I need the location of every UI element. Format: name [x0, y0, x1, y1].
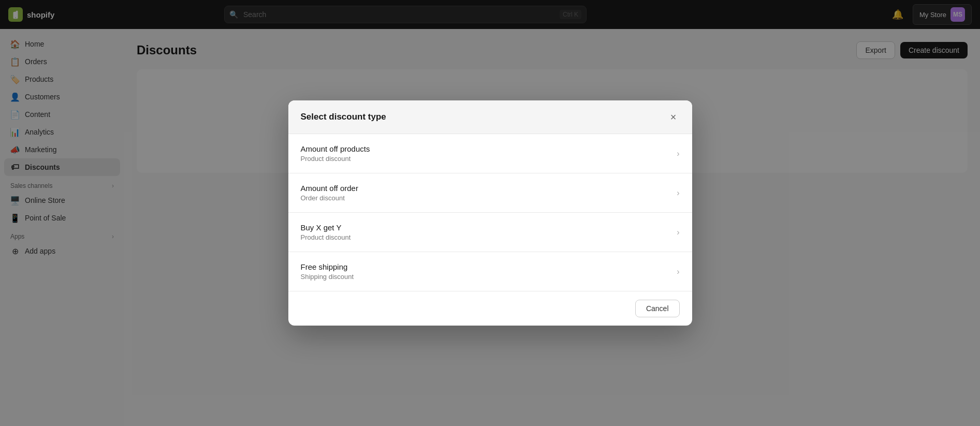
discount-option-sub-2: Product discount — [301, 233, 351, 241]
chevron-icon-3: › — [677, 267, 679, 276]
discount-option-name-3: Free shipping — [301, 262, 354, 271]
modal-overlay[interactable]: Select discount type × Amount off produc… — [0, 0, 980, 426]
discount-option-name-0: Amount off products — [301, 144, 370, 153]
modal-footer: Cancel — [288, 291, 692, 326]
cancel-button[interactable]: Cancel — [635, 300, 680, 317]
discount-option-name-2: Buy X get Y — [301, 223, 351, 232]
discount-option-amount-off-order[interactable]: Amount off order Order discount › — [288, 173, 692, 213]
chevron-icon-2: › — [677, 228, 679, 237]
chevron-icon-0: › — [677, 149, 679, 158]
discount-option-buy-x-get-y[interactable]: Buy X get Y Product discount › — [288, 213, 692, 252]
discount-option-amount-off-products[interactable]: Amount off products Product discount › — [288, 134, 692, 173]
modal-body: Amount off products Product discount › A… — [288, 134, 692, 291]
chevron-icon-1: › — [677, 188, 679, 198]
modal-title: Select discount type — [301, 112, 386, 122]
modal-header: Select discount type × — [288, 100, 692, 134]
modal-close-button[interactable]: × — [667, 111, 680, 123]
discount-option-sub-1: Order discount — [301, 194, 358, 202]
select-discount-modal: Select discount type × Amount off produc… — [288, 100, 692, 326]
discount-option-sub-3: Shipping discount — [301, 273, 354, 281]
discount-option-name-1: Amount off order — [301, 184, 358, 193]
discount-option-sub-0: Product discount — [301, 155, 370, 163]
discount-option-free-shipping[interactable]: Free shipping Shipping discount › — [288, 252, 692, 291]
